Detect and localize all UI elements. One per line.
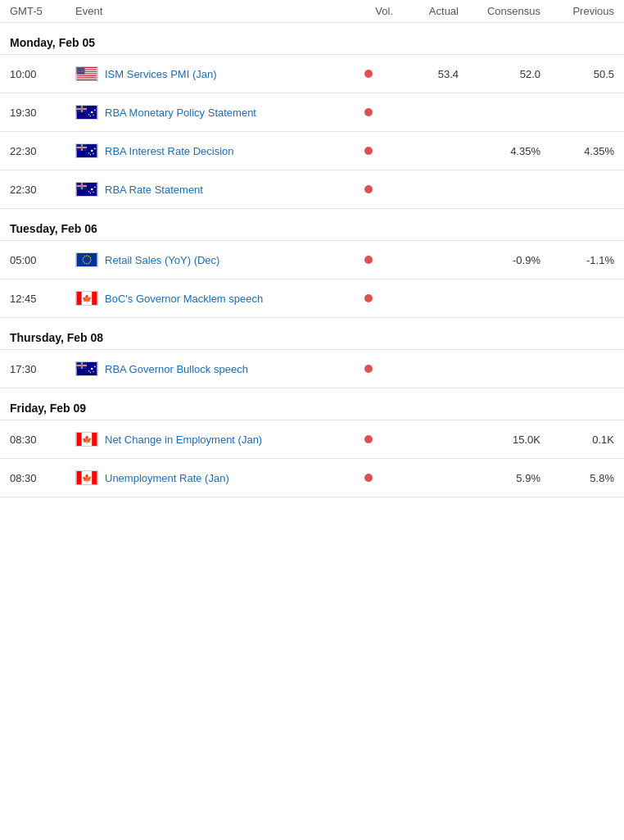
- svg-text:🍁: 🍁: [82, 293, 93, 304]
- event-name[interactable]: RBA Rate Statement: [105, 184, 203, 196]
- consensus-value: 4.35%: [459, 145, 540, 157]
- event-name[interactable]: Unemployment Rate (Jan): [105, 472, 229, 484]
- col-event: Event: [75, 5, 344, 17]
- event-time: 17:30: [10, 363, 75, 375]
- svg-point-36: [77, 73, 78, 74]
- ca-flag-icon: 🍁: [75, 432, 98, 447]
- svg-point-99: [94, 366, 96, 367]
- day-group-0: Monday, Feb 05: [0, 23, 624, 54]
- importance-dot: [364, 294, 373, 302]
- event-time: 05:00: [10, 254, 75, 266]
- svg-point-16: [79, 68, 80, 69]
- svg-rect-90: [92, 292, 97, 305]
- svg-point-15: [79, 68, 79, 69]
- svg-point-77: [88, 256, 90, 257]
- svg-point-41: [84, 73, 84, 74]
- svg-point-51: [90, 116, 91, 116]
- svg-point-17: [81, 68, 82, 69]
- svg-point-63: [88, 152, 89, 153]
- svg-point-35: [83, 71, 84, 72]
- event-info: Retail Sales (YoY) (Dec): [75, 252, 344, 267]
- event-name[interactable]: RBA Governor Bullock speech: [105, 363, 248, 375]
- au-flag-icon: [75, 105, 98, 120]
- svg-point-14: [77, 68, 78, 69]
- svg-point-26: [79, 70, 79, 71]
- svg-rect-97: [81, 362, 82, 369]
- event-info: 🍁Unemployment Rate (Jan): [75, 470, 344, 485]
- svg-point-101: [90, 372, 91, 373]
- svg-point-25: [77, 70, 78, 71]
- col-consensus: Consensus: [459, 5, 540, 17]
- svg-point-73: [90, 193, 91, 193]
- svg-point-82: [86, 263, 88, 265]
- svg-point-60: [94, 148, 96, 149]
- svg-point-83: [84, 262, 86, 264]
- svg-point-49: [94, 109, 96, 111]
- svg-point-61: [93, 153, 93, 154]
- event-name[interactable]: RBA Interest Rate Decision: [105, 145, 234, 157]
- svg-point-62: [90, 154, 91, 155]
- svg-point-78: [89, 257, 91, 259]
- us-flag-icon: [75, 66, 98, 81]
- vol-dot: [344, 70, 393, 78]
- event-row: 19:30RBA Monetary Policy Statement: [0, 93, 624, 132]
- importance-dot: [364, 256, 373, 264]
- svg-point-23: [82, 69, 83, 70]
- svg-point-32: [79, 71, 79, 72]
- event-time: 22:30: [10, 145, 75, 157]
- svg-rect-109: [92, 471, 97, 484]
- svg-point-71: [94, 186, 96, 188]
- svg-point-28: [81, 70, 82, 71]
- svg-point-34: [82, 71, 83, 72]
- svg-point-74: [88, 191, 89, 192]
- svg-point-40: [82, 73, 83, 74]
- svg-rect-107: [77, 471, 82, 484]
- importance-dot: [364, 474, 373, 482]
- svg-rect-88: [77, 292, 82, 305]
- importance-dot: [364, 185, 373, 193]
- event-row: 22:30RBA Interest Rate Decision4.35%4.35…: [0, 132, 624, 170]
- previous-value: -1.1%: [540, 254, 614, 266]
- svg-point-76: [86, 255, 88, 257]
- vol-dot: [344, 365, 393, 373]
- svg-point-102: [88, 370, 89, 371]
- day-group-3: Friday, Feb 09: [0, 388, 624, 420]
- event-info: ISM Services PMI (Jan): [75, 66, 344, 81]
- svg-point-22: [80, 69, 81, 70]
- vol-dot: [344, 294, 393, 302]
- vol-dot: [344, 474, 393, 482]
- header-row: GMT-5 Event Vol. Actual Consensus Previo…: [0, 0, 624, 23]
- importance-dot: [364, 108, 373, 116]
- svg-point-30: [84, 70, 84, 71]
- event-name[interactable]: Net Change in Employment (Jan): [105, 434, 262, 446]
- event-time: 22:30: [10, 184, 75, 196]
- event-name[interactable]: BoC's Governor Macklem speech: [105, 293, 263, 305]
- svg-point-79: [90, 259, 92, 261]
- previous-value: 4.35%: [540, 145, 614, 157]
- importance-dot: [364, 147, 373, 155]
- svg-point-37: [79, 73, 79, 74]
- svg-rect-58: [81, 144, 82, 151]
- vol-dot: [344, 256, 393, 264]
- event-time: 12:45: [10, 293, 75, 305]
- au-flag-icon: [75, 361, 98, 376]
- event-name[interactable]: ISM Services PMI (Jan): [105, 68, 217, 80]
- svg-point-87: [84, 256, 86, 257]
- col-previous: Previous: [540, 5, 614, 17]
- event-name[interactable]: Retail Sales (YoY) (Dec): [105, 254, 219, 266]
- day-label: Thursday, Feb 08: [10, 331, 614, 344]
- day-label: Tuesday, Feb 06: [10, 222, 614, 235]
- event-row: 08:30🍁Net Change in Employment (Jan)15.0…: [0, 420, 624, 459]
- event-row: 08:30🍁Unemployment Rate (Jan)5.9%5.8%: [0, 459, 624, 497]
- svg-point-80: [89, 261, 91, 263]
- svg-rect-12: [77, 79, 97, 81]
- svg-point-27: [79, 70, 80, 71]
- svg-point-85: [82, 259, 84, 261]
- event-time: 19:30: [10, 107, 75, 119]
- importance-dot: [364, 365, 373, 373]
- svg-point-100: [93, 371, 93, 372]
- svg-point-24: [83, 69, 84, 70]
- vol-dot: [344, 435, 393, 443]
- au-flag-icon: [75, 143, 98, 158]
- event-name[interactable]: RBA Monetary Policy Statement: [105, 107, 256, 119]
